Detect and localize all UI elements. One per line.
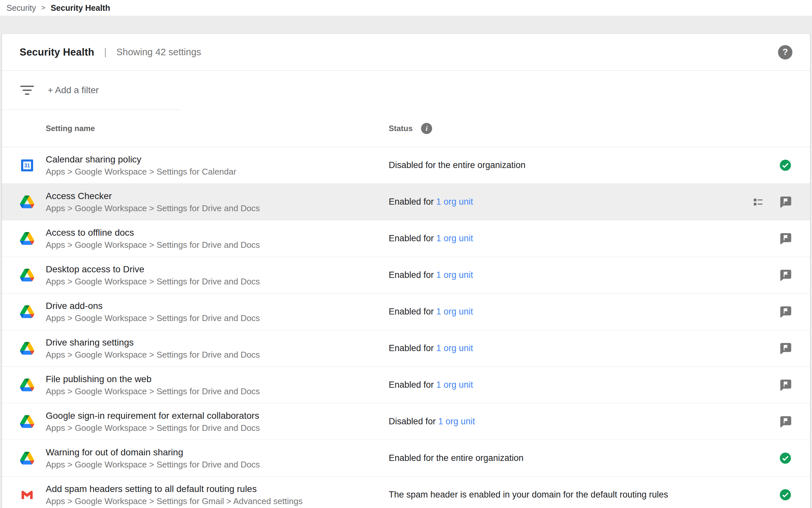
status-badges bbox=[751, 341, 793, 356]
status-ok-icon bbox=[778, 488, 793, 502]
breadcrumb-separator-icon: > bbox=[41, 4, 45, 12]
settings-count: Showing 42 settings bbox=[116, 47, 201, 57]
setting-app-icon: 31 bbox=[19, 304, 35, 320]
org-unit-link[interactable]: 1 org unit bbox=[436, 270, 473, 280]
org-unit-link[interactable]: 1 org unit bbox=[436, 197, 473, 207]
table-row[interactable]: 31 File publishing on the web Apps > Goo… bbox=[2, 367, 810, 404]
drive-icon bbox=[20, 342, 34, 355]
recommendation-flag-icon[interactable] bbox=[778, 231, 793, 246]
setting-info: Access to offline docs Apps > Google Wor… bbox=[46, 226, 389, 251]
setting-info: Google sign-in requirement for external … bbox=[46, 410, 389, 434]
settings-table-body: 31 Calendar sharing policy Apps > Google… bbox=[2, 147, 810, 508]
table-row[interactable]: 31 Drive add-ons Apps > Google Workspace… bbox=[2, 294, 810, 330]
setting-info: File publishing on the web Apps > Google… bbox=[46, 373, 389, 397]
setting-title: Drive add-ons bbox=[46, 300, 389, 312]
status-text: Enabled for bbox=[389, 307, 436, 316]
status-cell: Enabled for 1 org unit bbox=[389, 197, 742, 207]
org-unit-link[interactable]: 1 org unit bbox=[436, 307, 473, 316]
recommendation-flag-icon[interactable] bbox=[778, 268, 793, 283]
setting-path: Apps > Google Workspace > Settings for D… bbox=[46, 312, 389, 324]
table-row[interactable]: 31 Access to offline docs Apps > Google … bbox=[2, 220, 810, 257]
setting-info: Add spam headers setting to all default … bbox=[46, 483, 389, 507]
table-row[interactable]: 31 Drive sharing settings Apps > Google … bbox=[2, 330, 810, 367]
status-cell: The spam header is enabled in your domai… bbox=[389, 490, 742, 500]
svg-text:31: 31 bbox=[24, 163, 30, 168]
drive-icon bbox=[20, 415, 34, 428]
setting-title: Access to offline docs bbox=[46, 226, 389, 239]
card-header: Security Health | Showing 42 settings ? bbox=[2, 34, 810, 71]
title-separator: | bbox=[104, 47, 107, 57]
status-text: Enabled for bbox=[389, 380, 436, 390]
table-row[interactable]: 31 Google sign-in requirement for extern… bbox=[2, 404, 810, 440]
filter-list-icon bbox=[19, 86, 35, 95]
status-badges bbox=[751, 231, 793, 246]
setting-app-icon: 31 bbox=[19, 341, 35, 356]
setting-app-icon: 31 bbox=[19, 378, 35, 393]
help-icon[interactable]: ? bbox=[778, 45, 793, 59]
setting-app-icon: 31 bbox=[19, 451, 35, 466]
filter-divider bbox=[2, 110, 180, 110]
status-cell: Enabled for 1 org unit bbox=[389, 380, 742, 390]
status-text: Disabled for bbox=[389, 417, 438, 426]
status-ok-icon bbox=[778, 451, 793, 466]
security-health-card: Security Health | Showing 42 settings ? … bbox=[2, 34, 810, 508]
status-badges bbox=[751, 488, 793, 502]
drive-icon bbox=[20, 379, 34, 391]
setting-path: Apps > Google Workspace > Settings for D… bbox=[46, 276, 389, 287]
drive-icon bbox=[20, 232, 34, 245]
recommendation-flag-icon[interactable] bbox=[778, 305, 793, 319]
recommendation-flag-icon[interactable] bbox=[778, 415, 793, 429]
status-cell: Enabled for 1 org unit bbox=[389, 307, 742, 317]
recommendation-flag-icon[interactable] bbox=[778, 378, 793, 392]
recommendation-flag-icon[interactable] bbox=[778, 195, 793, 209]
add-filter-button[interactable]: + Add a filter bbox=[48, 85, 99, 95]
status-cell: Enabled for 1 org unit bbox=[389, 343, 742, 353]
setting-title: Calendar sharing policy bbox=[46, 153, 389, 166]
status-ok-icon bbox=[778, 158, 793, 173]
setting-title: Warning for out of domain sharing bbox=[46, 446, 389, 459]
breadcrumb-parent[interactable]: Security bbox=[6, 3, 36, 13]
setting-app-icon: 31 bbox=[19, 414, 35, 429]
org-units-icon bbox=[751, 196, 765, 208]
info-icon[interactable]: i bbox=[421, 123, 432, 134]
column-status: Status i bbox=[389, 123, 432, 134]
setting-path: Apps > Google Workspace > Settings for D… bbox=[46, 459, 389, 470]
setting-info: Desktop access to Drive Apps > Google Wo… bbox=[46, 263, 389, 287]
setting-info: Calendar sharing policy Apps > Google Wo… bbox=[46, 153, 389, 177]
org-unit-link[interactable]: 1 org unit bbox=[436, 234, 473, 243]
setting-app-icon: 31 bbox=[19, 231, 35, 246]
setting-title: File publishing on the web bbox=[46, 373, 389, 385]
setting-path: Apps > Google Workspace > Settings for D… bbox=[46, 239, 389, 251]
setting-path: Apps > Google Workspace > Settings for D… bbox=[46, 422, 389, 434]
setting-path: Apps > Google Workspace > Settings for G… bbox=[46, 495, 389, 507]
org-unit-link[interactable]: 1 org unit bbox=[436, 343, 473, 353]
setting-path: Apps > Google Workspace > Settings for D… bbox=[46, 349, 389, 361]
status-text: Enabled for bbox=[389, 343, 436, 353]
table-row[interactable]: 31 Warning for out of domain sharing App… bbox=[2, 440, 810, 477]
status-badges bbox=[751, 195, 793, 209]
breadcrumb: Security > Security Health bbox=[0, 0, 812, 16]
status-cell: Disabled for the entire organization bbox=[389, 160, 742, 170]
setting-info: Drive add-ons Apps > Google Workspace > … bbox=[46, 300, 389, 324]
recommendation-flag-icon[interactable] bbox=[778, 341, 793, 356]
calendar-icon: 31 bbox=[20, 158, 34, 173]
breadcrumb-current: Security Health bbox=[51, 3, 110, 13]
setting-title: Drive sharing settings bbox=[46, 336, 389, 349]
filter-bar[interactable]: + Add a filter bbox=[2, 71, 810, 110]
status-badges bbox=[751, 305, 793, 319]
status-cell: Enabled for 1 org unit bbox=[389, 270, 742, 280]
org-unit-link[interactable]: 1 org unit bbox=[438, 417, 475, 426]
status-cell: Disabled for 1 org unit bbox=[389, 417, 742, 427]
setting-info: Access Checker Apps > Google Workspace >… bbox=[46, 190, 389, 214]
org-unit-link[interactable]: 1 org unit bbox=[436, 380, 473, 390]
table-row[interactable]: 31 Desktop access to Drive Apps > Google… bbox=[2, 257, 810, 294]
setting-title: Access Checker bbox=[46, 190, 389, 202]
status-text: The spam header is enabled in your domai… bbox=[389, 490, 668, 500]
table-header: Setting name Status i bbox=[2, 110, 810, 147]
table-row[interactable]: 31 Add spam headers setting to all defau… bbox=[2, 477, 810, 508]
setting-title: Add spam headers setting to all default … bbox=[46, 483, 389, 495]
table-row[interactable]: 31 Calendar sharing policy Apps > Google… bbox=[2, 147, 810, 184]
table-row[interactable]: 31 Access Checker Apps > Google Workspac… bbox=[2, 184, 810, 220]
status-cell: Enabled for 1 org unit bbox=[389, 234, 742, 244]
status-badges bbox=[751, 268, 793, 283]
